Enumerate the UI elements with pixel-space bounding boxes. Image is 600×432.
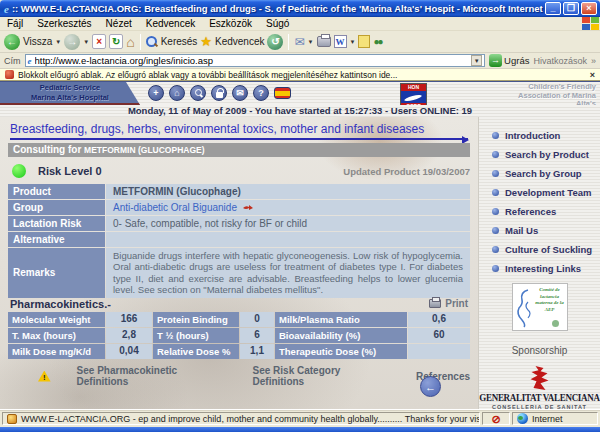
home-nav-icon[interactable]: ⌂ bbox=[169, 85, 185, 101]
history-icon[interactable]: ↺ bbox=[267, 34, 283, 50]
minimize-button[interactable]: _ bbox=[545, 2, 561, 15]
group-link[interactable]: Anti-diabetic Oral Biguanide bbox=[106, 200, 470, 215]
home-icon[interactable]: ⌂ bbox=[126, 35, 134, 49]
links-chevron-icon[interactable]: » bbox=[591, 56, 596, 66]
menu-tools[interactable]: Eszközök bbox=[202, 18, 259, 29]
navigate-icon[interactable]: + bbox=[148, 85, 164, 101]
search-button-label[interactable]: Keresés bbox=[161, 36, 198, 47]
pk-value: 0,6 bbox=[408, 312, 470, 327]
row-label: Remarks bbox=[8, 248, 105, 298]
product-value: METFORMIN (Glucophage) bbox=[106, 184, 470, 199]
mail-dropdown-icon[interactable]: ▼ bbox=[308, 39, 314, 45]
sidebar-item-interesting-links[interactable]: Interesting Links bbox=[479, 259, 600, 278]
back-circle-button[interactable]: ← bbox=[420, 376, 441, 397]
popup-blocked-status-panel[interactable]: ⊘ bbox=[482, 412, 510, 425]
browser-window: e :: WWW.E-LACTANCIA.ORG: Breastfeeding … bbox=[0, 0, 600, 432]
back-icon[interactable]: ← bbox=[4, 34, 20, 50]
address-dropdown-icon[interactable]: ▼ bbox=[471, 55, 482, 66]
padlock-icon bbox=[216, 92, 223, 98]
forward-dropdown-icon[interactable]: ▼ bbox=[83, 39, 89, 45]
pharmacokinetics-table: Molecular Weight 166 Protein Binding 0 M… bbox=[8, 312, 470, 359]
edit-dropdown-icon[interactable]: ▼ bbox=[350, 39, 356, 45]
bullet-icon bbox=[492, 227, 499, 234]
infobar-close-icon[interactable]: × bbox=[590, 70, 595, 80]
site-header: Pediatric Service Marina Alta's Hospital… bbox=[0, 82, 600, 105]
sponsorship-label: Sponsorship bbox=[479, 345, 600, 356]
pk-label: Molecular Weight bbox=[8, 312, 105, 327]
forward-icon[interactable]: → bbox=[64, 34, 80, 50]
consulting-product: METFORMIN (GLUCOPHAGE) bbox=[84, 145, 204, 155]
spanish-flag-icon[interactable] bbox=[274, 87, 291, 99]
address-url[interactable]: http://www.e-lactancia.org/ingles/inicio… bbox=[35, 55, 469, 66]
favorites-star-icon[interactable]: ★ bbox=[200, 35, 212, 48]
session-info-line: Monday, 11 of May of 2009 - You have sta… bbox=[0, 105, 600, 117]
page-title[interactable]: Breastfeeding, drugs, herbs, environment… bbox=[10, 122, 468, 140]
menu-view[interactable]: Nézet bbox=[99, 18, 139, 29]
go-button[interactable]: → Ugrás bbox=[489, 54, 529, 67]
favorites-button-label[interactable]: Kedvencek bbox=[215, 36, 264, 47]
messenger-icon[interactable]: ●● bbox=[373, 36, 381, 47]
hospital-name: Marina Alta's Hospital bbox=[0, 93, 140, 103]
sidebar-item-references[interactable]: References bbox=[479, 202, 600, 221]
risk-category-definitions-link[interactable]: See Risk Category Definitions bbox=[253, 365, 391, 387]
print-toolbar-icon[interactable] bbox=[317, 36, 331, 47]
sidebar-item-search-by-product[interactable]: Search by Product bbox=[479, 145, 600, 164]
bullet-icon bbox=[492, 189, 499, 196]
go-label: Ugrás bbox=[504, 55, 529, 66]
blocked-popup-icon: ⊘ bbox=[491, 414, 500, 424]
back-button-label[interactable]: Vissza bbox=[23, 36, 52, 47]
discuss-note-icon[interactable] bbox=[358, 35, 370, 48]
lock-nav-icon[interactable] bbox=[211, 85, 227, 101]
table-row-product: Product METFORMIN (Glucophage) bbox=[8, 184, 470, 199]
sidebar-item-culture-of-suckling[interactable]: Culture of Suckling bbox=[479, 240, 600, 259]
edit-word-icon[interactable]: W bbox=[334, 35, 347, 48]
address-input[interactable]: e http://www.e-lactancia.org/ingles/inic… bbox=[25, 54, 486, 67]
back-dropdown-icon[interactable]: ▼ bbox=[55, 39, 61, 45]
sidebar-item-search-by-group[interactable]: Search by Group bbox=[479, 164, 600, 183]
remarks-value: Biguanide drugs interfere with hepatic g… bbox=[106, 248, 470, 298]
risk-level-green-icon bbox=[12, 164, 26, 178]
sidebar-item-label: Culture of Suckling bbox=[505, 244, 592, 255]
comite-lactancia-logo[interactable]: Comité de lactancia materna de la AEP bbox=[512, 283, 568, 331]
stop-icon[interactable]: × bbox=[92, 34, 106, 49]
popup-blocked-infobar[interactable]: Blokkolt előugró ablak. Az előugró ablak… bbox=[0, 69, 600, 81]
hospital-banner: Pediatric Service Marina Alta's Hospital bbox=[0, 82, 140, 105]
pk-label: Milk Dose mg/K/d bbox=[8, 344, 105, 359]
pharmacokinetics-heading: Pharmacokinetics.- bbox=[10, 298, 470, 310]
search-nav-icon[interactable] bbox=[190, 85, 206, 101]
group-link-text[interactable]: Anti-diabetic Oral Biguanide bbox=[113, 202, 237, 213]
popup-blocked-text[interactable]: Blokkolt előugró ablak. Az előugró ablak… bbox=[18, 70, 397, 80]
sidebar-item-development-team[interactable]: Development Team bbox=[479, 183, 600, 202]
menu-favorites[interactable]: Kedvencek bbox=[139, 18, 202, 29]
print-label[interactable]: Print bbox=[445, 298, 468, 309]
pk-value: 6 bbox=[240, 328, 274, 343]
internet-globe-icon bbox=[517, 413, 528, 424]
definition-links-row: See Pharmacokinetic Definitions See Risk… bbox=[8, 365, 470, 387]
print-link[interactable]: Print bbox=[429, 298, 468, 309]
sidebar-item-mail-us[interactable]: Mail Us bbox=[479, 221, 600, 240]
pk-label: T. Max (hours) bbox=[8, 328, 105, 343]
pharmacokinetic-definitions-link[interactable]: See Pharmacokinetic Definitions bbox=[77, 365, 227, 387]
restore-button[interactable]: ❐ bbox=[563, 2, 579, 15]
links-label[interactable]: Hivatkozások bbox=[533, 56, 587, 66]
search-icon[interactable] bbox=[146, 36, 158, 48]
pk-value: 0 bbox=[240, 312, 274, 327]
refresh-icon[interactable]: ↻ bbox=[109, 34, 123, 49]
red-arrow-icon bbox=[242, 204, 254, 211]
mail-icon[interactable]: ✉ bbox=[294, 35, 304, 49]
help-nav-icon[interactable]: ? bbox=[253, 85, 269, 101]
pk-label: Therapeutic Dose (%) bbox=[275, 344, 407, 359]
row-label: Lactation Risk bbox=[8, 216, 105, 231]
bullet-icon bbox=[492, 246, 499, 253]
zone-label: Internet bbox=[532, 414, 563, 424]
honcode-emblem-icon bbox=[401, 91, 426, 103]
close-button[interactable]: × bbox=[581, 2, 597, 15]
generalitat-emblem-icon bbox=[530, 366, 550, 390]
menu-file[interactable]: Fájl bbox=[0, 18, 30, 29]
menu-edit[interactable]: Szerkesztés bbox=[30, 18, 98, 29]
mail-nav-icon[interactable]: ✉ bbox=[232, 85, 248, 101]
menu-help[interactable]: Súgó bbox=[259, 18, 296, 29]
sidebar-item-introduction[interactable]: Introduction bbox=[479, 126, 600, 145]
web-page: Pediatric Service Marina Alta's Hospital… bbox=[0, 81, 600, 409]
generalitat-valenciana-label[interactable]: GENERALITAT VALENCIANA bbox=[479, 392, 600, 404]
